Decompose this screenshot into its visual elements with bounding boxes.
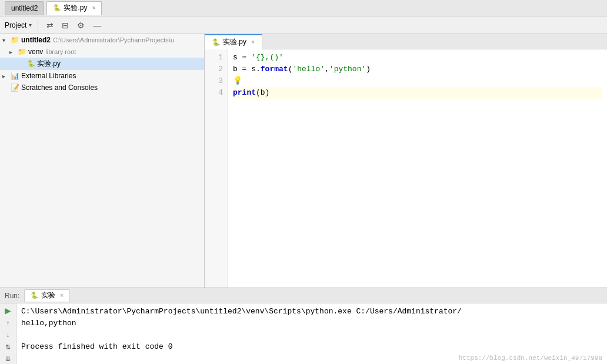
file-tab-py-icon: 🐍 [212,38,221,46]
lib-icon: 📊 [11,72,19,80]
py-icon: 🐍 [53,4,61,12]
settings-button[interactable]: ⚙ [75,19,87,31]
folder-icon: 📁 [11,36,19,44]
run-buttons: ▶ ↑ ↓ ⇅ ⇊ [0,303,16,364]
run-scroll-button[interactable]: ⇊ [2,354,14,364]
run-panel: Run: 🐍 实验 × ▶ ↑ ↓ ⇅ ⇊ C:\Users\Administr… [0,288,607,364]
item-label-scratches: Scratches and Consoles [21,84,98,92]
run-tab-shiyun[interactable]: 🐍 实验 × [24,289,70,302]
code-line-2: b = s.format('hello','python') [233,64,602,75]
project-sidebar: ▾ 📁 untitled2 C:\Users\Administrator\Pyc… [0,34,205,288]
sync-button[interactable]: ⇄ [44,19,56,31]
line-num-3: 3 [205,75,228,87]
line-num-2: 2 [205,64,228,75]
sidebar-item-external-libs[interactable]: ▸ 📊 External Libraries [0,70,204,82]
run-output-line-1: C:\Users\Administrator\PycharmProjects\u… [21,306,602,318]
run-output-line-3 [21,329,602,341]
editor-area: 🐍 实验.py × 1 2 3 4 s = '{},()' b = s.form… [205,34,607,288]
item-sublabel-untitled2: C:\Users\Administrator\PycharmProjects\u [53,36,174,44]
toolbar-separator [38,20,38,31]
run-content: ▶ ↑ ↓ ⇅ ⇊ C:\Users\Administrator\Pycharm… [0,303,607,364]
hint-bulb: 💡 [233,75,242,87]
sidebar-item-venv[interactable]: ▸ 📁 venv library root [0,46,204,58]
item-label-untitled2: untitled2 [21,36,51,44]
title-tab-label: untitled2 [11,4,38,12]
watermark: https://blog.csdn.net/weixin_49717998 [459,355,602,362]
run-output: C:\Users\Administrator\PycharmProjects\u… [16,303,607,364]
title-tab-label-shiyun: 实验.py [64,3,87,13]
run-output-line-4: Process finished with exit code 0 [21,341,602,353]
item-sublabel-venv: library root [45,48,76,55]
file-tab-bar: 🐍 实验.py × [205,34,607,49]
run-filter-button[interactable]: ⇅ [2,342,14,352]
run-output-line-2: hello,python [21,318,602,329]
venv-chevron-icon: ▸ [9,49,16,55]
run-down-button[interactable]: ↓ [2,330,14,340]
venv-folder-icon: 📁 [18,48,26,56]
run-tab-label: 实验 [41,290,55,300]
run-tab-bar: Run: 🐍 实验 × [0,288,607,303]
file-tab-label: 实验.py [223,37,246,47]
title-tab-close[interactable]: × [92,5,95,11]
line-numbers: 1 2 3 4 [205,49,228,288]
line-num-1: 1 [205,52,228,64]
run-up-button[interactable]: ↑ [2,318,14,328]
run-tab-close[interactable]: × [60,292,64,299]
project-chevron[interactable]: ▾ [29,22,32,28]
sidebar-item-shiyun[interactable]: 🐍 实验.py [0,58,204,70]
title-tab-shiyun[interactable]: 🐍 实验.py × [46,1,102,15]
run-tab-py-icon: 🐍 [31,292,39,299]
project-label: Project [5,21,26,29]
run-play-button[interactable]: ▶ [2,306,14,316]
line-num-4: 4 [205,87,228,99]
close-panel-button[interactable]: — [91,19,104,31]
extlibs-chevron: ▸ [2,73,9,79]
code-lines[interactable]: s = '{},()' b = s.format('hello','python… [228,49,607,288]
item-label-external-libs: External Libraries [21,72,76,80]
code-line-4: print(b) [233,87,602,99]
title-tab-untitled2[interactable]: untitled2 [5,1,44,15]
code-line-3: 💡 [233,75,602,87]
file-tab-shiyun[interactable]: 🐍 实验.py × [205,34,262,49]
code-editor[interactable]: 1 2 3 4 s = '{},()' b = s.format('hello'… [205,49,607,288]
main-toolbar: Project ▾ ⇄ ⊟ ⚙ — [0,16,607,34]
collapse-button[interactable]: ⊟ [59,19,71,31]
run-label: Run: [5,292,19,300]
code-line-1: s = '{},()' [233,52,602,64]
sidebar-item-scratches[interactable]: 📝 Scratches and Consoles [0,82,204,93]
py-file-icon: 🐍 [27,60,35,68]
scratch-icon: 📝 [11,84,19,92]
main-content: ▾ 📁 untitled2 C:\Users\Administrator\Pyc… [0,34,607,288]
title-bar: untitled2 🐍 实验.py × [0,0,607,16]
file-tab-close[interactable]: × [251,39,255,45]
item-label-shiyun: 实验.py [37,59,61,69]
sidebar-item-untitled2[interactable]: ▾ 📁 untitled2 C:\Users\Administrator\Pyc… [0,34,204,46]
chevron-icon: ▾ [2,37,9,44]
item-label-venv: venv [28,48,43,56]
project-section: Project ▾ [5,21,32,29]
